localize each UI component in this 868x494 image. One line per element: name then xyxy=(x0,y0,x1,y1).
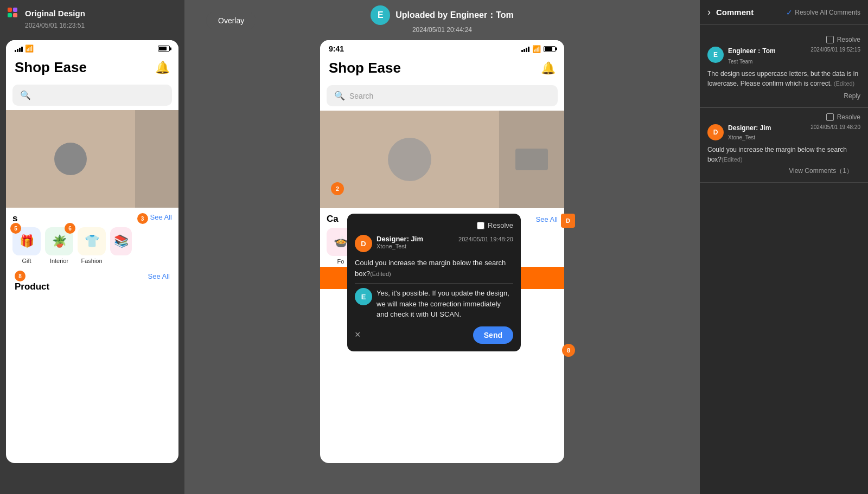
reply-author-row: E Yes, it's possible. If you update the … xyxy=(355,288,513,320)
svg-rect-2 xyxy=(8,13,12,17)
uploader-row: E Uploaded by Engineer：Tom xyxy=(371,5,514,25)
reply-avatar: E xyxy=(355,288,372,305)
comment-popup: Resolve D Designer: Jim 2024/05/01 19:48… xyxy=(347,214,521,351)
left-panel: Original Design 2024/05/01 16:23:51 📶 xyxy=(0,0,184,494)
checkmark-icon: ✓ xyxy=(786,8,793,17)
bell-icon-center: 🔔 xyxy=(541,61,556,75)
left-panel-title: Original Design xyxy=(25,9,85,18)
resolve-box-2: Resolve xyxy=(707,113,860,121)
right-panel: › Comment ✓ Resolve All Comments Resolve… xyxy=(700,0,868,494)
center-phone-wrapper: 2 D 9:41 📶 xyxy=(320,40,564,463)
send-button[interactable]: Send xyxy=(473,326,513,344)
popup-author-name: Designer: Jim xyxy=(376,235,423,243)
search-bar-left: 🔍 xyxy=(12,85,172,106)
resolve-all-button[interactable]: ✓ Resolve All Comments xyxy=(786,8,860,17)
signal-icon-center xyxy=(521,46,529,52)
battery-icon xyxy=(158,46,170,52)
status-bar-center: 9:41 📶 xyxy=(320,40,564,55)
nav-arrow-right[interactable]: › xyxy=(707,7,711,18)
food-image-left xyxy=(6,110,178,208)
figma-logo-icon xyxy=(5,5,21,21)
popup-author-avatar: D xyxy=(355,235,372,252)
resolve-all-label: Resolve All Comments xyxy=(795,9,860,16)
badge-6: 6 xyxy=(65,223,75,234)
badge-8-left: 8 xyxy=(15,271,25,281)
ci-reply-1[interactable]: Reply xyxy=(844,92,860,100)
search-bar-center[interactable]: 🔍 Search xyxy=(327,85,558,106)
food-label-center: Fo xyxy=(337,258,344,265)
app-title-center: Shop Ease xyxy=(329,60,401,76)
resolve-checkbox-2[interactable] xyxy=(826,113,834,121)
cat-fashion: 👕 Fashion xyxy=(78,227,106,264)
battery-icon-center xyxy=(544,46,556,52)
right-status-icons xyxy=(158,46,170,52)
popup-resolve-text: Resolve xyxy=(488,221,513,229)
comment-item-2: Resolve D Designer: Jim 2024/05/01 19:48… xyxy=(700,108,868,183)
resolve-checkbox-1[interactable] xyxy=(826,36,834,43)
ci-info-2: Designer: Jim 2024/05/01 19:48:20 Xtone_… xyxy=(728,124,860,142)
app-title-left: Shop Ease xyxy=(15,59,87,76)
svg-rect-4 xyxy=(13,13,17,17)
ci-team-2: Xtone_Test xyxy=(728,134,755,140)
ci-text-2: Could you increase the margin below the … xyxy=(707,145,860,164)
see-all-product-wrapper: 8 xyxy=(15,271,28,281)
popup-author-info: Designer: Jim 2024/05/01 19:48:20 Xtone_… xyxy=(376,235,513,249)
comment-item-1-header: E Engineer：Tom 2024/05/01 19:52:15 Test … xyxy=(707,47,860,66)
bell-icon-left: 🔔 xyxy=(155,61,170,75)
ci-info-1: Engineer：Tom 2024/05/01 19:52:15 Test Te… xyxy=(728,47,860,66)
cat-gift: 5 🎁 Gift xyxy=(12,227,41,264)
fashion-label: Fashion xyxy=(81,258,102,264)
search-placeholder: Search xyxy=(349,92,373,100)
center-date: 2024/05/01 20:44:24 xyxy=(412,26,472,34)
svg-rect-0 xyxy=(8,8,12,12)
see-all-product-left[interactable]: See All xyxy=(148,272,170,280)
signal-icon: 📶 xyxy=(15,44,34,53)
fashion-icon-box: 👕 xyxy=(78,227,106,255)
ci-name-2: Designer: Jim xyxy=(728,124,771,132)
left-panel-date: 2024/05/01 16:23:51 xyxy=(25,22,85,29)
comments-list: Resolve E Engineer：Tom 2024/05/01 19:52:… xyxy=(700,25,868,494)
categories-title-center: Ca xyxy=(327,214,339,224)
resolve-label-1: Resolve xyxy=(837,36,860,43)
popup-footer: × Send xyxy=(355,326,513,344)
left-phone-mockup: 📶 Shop Ease 🔔 🔍 xyxy=(6,40,178,463)
food-image-center xyxy=(320,111,564,208)
popup-edited-tag: (Edited) xyxy=(370,271,391,277)
wifi-icon-center: 📶 xyxy=(532,45,541,53)
view-comments-link[interactable]: View Comments（1） xyxy=(707,166,860,176)
ci-name-1: Engineer：Tom xyxy=(728,47,776,56)
popup-header: Resolve xyxy=(355,221,513,229)
badge-5: 5 xyxy=(10,223,21,234)
ci-avatar-1: E xyxy=(707,47,724,63)
annotation-badge-2[interactable]: 2 xyxy=(331,182,344,195)
ci-team-1: Test Team xyxy=(728,59,752,65)
comment-item-2-header: D Designer: Jim 2024/05/01 19:48:20 Xton… xyxy=(707,124,860,142)
annotation-badge-8-center[interactable]: 8 xyxy=(562,344,575,357)
resolve-label-2: Resolve xyxy=(837,113,860,121)
see-all-left[interactable]: See All xyxy=(150,213,172,224)
popup-resolve-label[interactable]: Resolve xyxy=(477,221,513,229)
see-all-center[interactable]: See All xyxy=(536,215,558,223)
ci-text-1: The design uses uppercase letters, but t… xyxy=(707,69,860,88)
search-icon-left: 🔍 xyxy=(20,90,31,100)
svg-rect-1 xyxy=(13,8,17,12)
app-header-center: Shop Ease 🔔 xyxy=(320,55,564,81)
product-title-left: Product xyxy=(15,281,49,292)
categories-title-left: s xyxy=(12,213,17,224)
overlay-button[interactable]: Overlay xyxy=(206,12,256,29)
close-popup-button[interactable]: × xyxy=(355,329,361,341)
right-panel-title: Comment xyxy=(716,8,781,17)
search-icon-center: 🔍 xyxy=(334,91,345,101)
popup-author-row: D Designer: Jim 2024/05/01 19:48:20 Xton… xyxy=(355,235,513,252)
popup-author-time: 2024/05/01 19:48:20 xyxy=(458,236,513,242)
badge-3: 3 xyxy=(137,213,148,224)
right-status-icons-center: 📶 xyxy=(521,45,556,53)
annotation-badge-d-center[interactable]: D xyxy=(561,214,575,228)
status-bar-left: 📶 xyxy=(6,40,178,55)
uploader-avatar: E xyxy=(371,5,390,25)
popup-resolve-checkbox[interactable] xyxy=(477,222,484,229)
center-header: E Uploaded by Engineer：Tom 2024/05/01 20… xyxy=(371,0,514,38)
center-panel: E Uploaded by Engineer：Tom 2024/05/01 20… xyxy=(184,0,700,494)
popup-comment-text: Could you increase the margin below the … xyxy=(355,258,513,279)
popup-divider xyxy=(355,283,513,284)
